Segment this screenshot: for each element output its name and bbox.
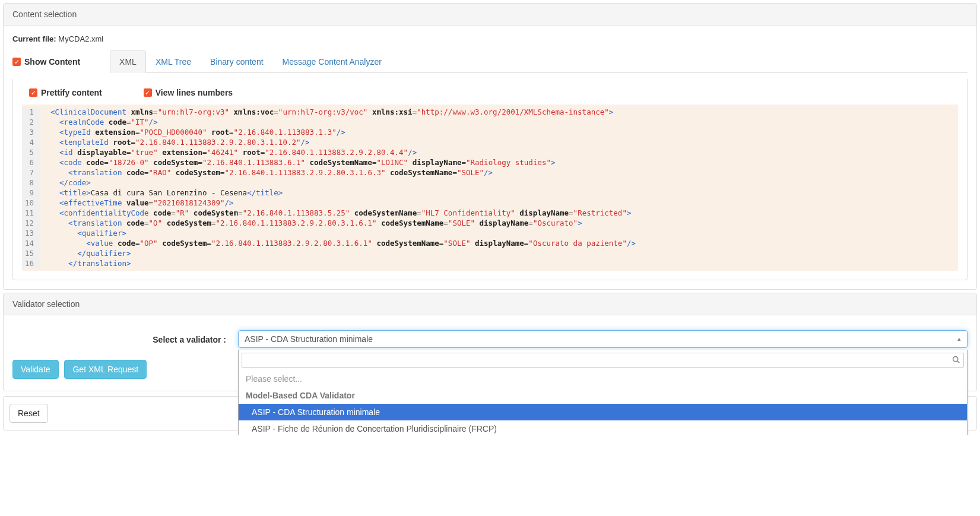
search-icon (952, 356, 960, 365)
validator-selection-panel: Validator selection Select a validator :… (3, 293, 977, 391)
validator-option[interactable]: ASIP - CDA Structuration minimale (239, 404, 967, 420)
code-line: 10 <effectiveTime value="20210818124309"… (22, 198, 958, 208)
svg-point-0 (953, 357, 958, 362)
content-tabs: XML XML Tree Binary content Message Cont… (110, 50, 968, 73)
code-line: 1<ClinicalDocument xmlns="urn:hl7-org:v3… (22, 107, 958, 117)
prettify-label: Prettify content (41, 88, 102, 97)
validator-option-placeholder[interactable]: Please select... (239, 371, 967, 387)
current-file-name: MyCDA2.xml (58, 34, 103, 43)
show-content-label: Show Content (24, 57, 80, 67)
code-line: 13 <qualifier> (22, 228, 958, 238)
validator-heading: Validator selection (4, 293, 976, 315)
tab-xml[interactable]: XML (110, 50, 146, 73)
current-file: Current file: MyCDA2.xml (12, 34, 968, 43)
validator-search-input[interactable] (242, 353, 964, 368)
code-line: 8 </code> (22, 178, 958, 188)
code-line: 12 <translation code="O" codeSystem="2.1… (22, 218, 958, 228)
reset-button[interactable]: Reset (9, 404, 48, 423)
show-content-checkbox[interactable]: ✓ (12, 58, 21, 66)
code-line: 9 <title>Casa di cura San Lorenzino - Ce… (22, 188, 958, 198)
content-selection-panel: Content selection Current file: MyCDA2.x… (3, 3, 977, 290)
tab-message-analyzer[interactable]: Message Content Analyzer (273, 50, 391, 73)
code-line: 5 <id displayable="true" extension="4624… (22, 147, 958, 157)
validator-option[interactable]: ASIP - Fiche de Réunion de Concertation … (239, 420, 967, 435)
svg-line-1 (957, 361, 959, 363)
line-numbers-label: View lines numbers (156, 88, 233, 97)
tab-content: ✓ Prettify content ✓ View lines numbers … (12, 79, 968, 280)
validator-option-group: Model-Based CDA Validator (239, 387, 967, 404)
validator-option-list[interactable]: Please select...Model-Based CDA Validato… (239, 371, 967, 435)
get-xml-request-button[interactable]: Get XML Request (64, 360, 147, 379)
validator-label: Select a validator : (12, 330, 238, 344)
code-line: 15 </qualifier> (22, 248, 958, 258)
xml-viewer: 1<ClinicalDocument xmlns="urn:hl7-org:v3… (22, 105, 958, 271)
validate-button[interactable]: Validate (12, 360, 59, 379)
code-line: 3 <typeId extension="POCD_HD000040" root… (22, 127, 958, 137)
tab-binary-content[interactable]: Binary content (201, 50, 273, 73)
code-line: 16 </translation> (22, 258, 958, 268)
validator-dropdown: Please select...Model-Based CDA Validato… (238, 350, 968, 435)
validator-select[interactable]: ASIP - CDA Structuration minimale (238, 330, 968, 348)
tab-xml-tree[interactable]: XML Tree (146, 50, 201, 73)
code-line: 2 <realmCode code="IT"/> (22, 117, 958, 127)
prettify-checkbox[interactable]: ✓ (29, 88, 37, 97)
code-line: 4 <templateId root="2.16.840.1.113883.2.… (22, 137, 958, 147)
code-line: 14 <value code="OP" codeSystem="2.16.840… (22, 238, 958, 248)
line-numbers-checkbox[interactable]: ✓ (144, 88, 152, 97)
code-line: 11 <confidentialityCode code="R" codeSys… (22, 208, 958, 218)
content-selection-heading: Content selection (4, 4, 976, 26)
code-line: 6 <code code="18726-0" codeSystem="2.16.… (22, 157, 958, 167)
code-line: 7 <translation code="RAD" codeSystem="2.… (22, 167, 958, 178)
current-file-label: Current file: (12, 34, 56, 43)
